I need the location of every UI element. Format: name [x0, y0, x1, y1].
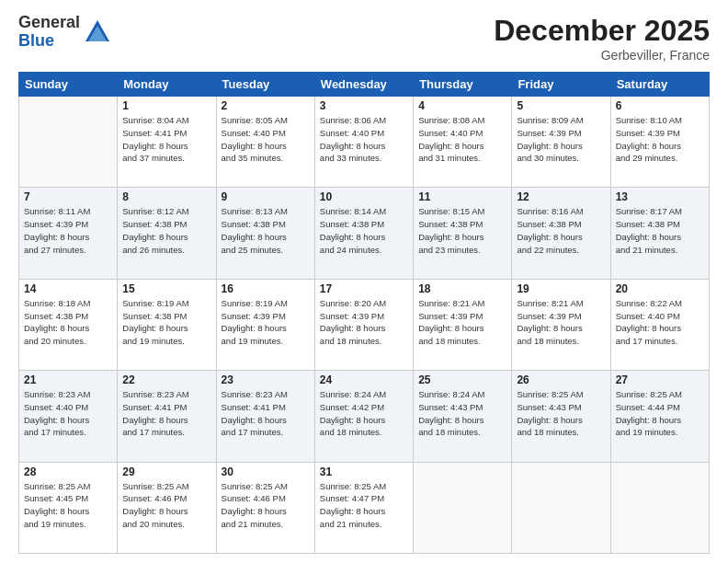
table-row: 27Sunrise: 8:25 AM Sunset: 4:44 PM Dayli… [610, 371, 709, 462]
table-row: 25Sunrise: 8:24 AM Sunset: 4:43 PM Dayli… [414, 371, 512, 462]
month-year: December 2025 [494, 14, 710, 48]
day-info: Sunrise: 8:19 AM Sunset: 4:39 PM Dayligh… [222, 297, 310, 348]
day-info: Sunrise: 8:16 AM Sunset: 4:38 PM Dayligh… [517, 205, 605, 256]
location: Gerbeviller, France [494, 48, 710, 63]
day-number: 12 [517, 190, 605, 203]
table-row: 18Sunrise: 8:21 AM Sunset: 4:39 PM Dayli… [414, 279, 512, 370]
day-number: 6 [616, 99, 704, 112]
col-friday: Friday [512, 73, 610, 97]
day-number: 28 [24, 465, 112, 478]
day-info: Sunrise: 8:06 AM Sunset: 4:40 PM Dayligh… [320, 114, 408, 165]
table-row: 29Sunrise: 8:25 AM Sunset: 4:46 PM Dayli… [118, 462, 216, 553]
table-row: 19Sunrise: 8:21 AM Sunset: 4:39 PM Dayli… [512, 279, 610, 370]
logo-blue: Blue [18, 32, 80, 51]
day-number: 22 [122, 373, 210, 386]
table-row: 24Sunrise: 8:24 AM Sunset: 4:42 PM Dayli… [314, 371, 413, 462]
calendar-week-row: 21Sunrise: 8:23 AM Sunset: 4:40 PM Dayli… [19, 371, 710, 462]
day-number: 21 [24, 373, 112, 386]
day-number: 13 [616, 190, 704, 203]
table-row: 16Sunrise: 8:19 AM Sunset: 4:39 PM Dayli… [216, 279, 314, 370]
day-info: Sunrise: 8:24 AM Sunset: 4:42 PM Dayligh… [320, 388, 408, 439]
day-number: 31 [320, 465, 408, 478]
day-info: Sunrise: 8:23 AM Sunset: 4:41 PM Dayligh… [122, 388, 210, 439]
day-number: 29 [122, 465, 210, 478]
table-row: 20Sunrise: 8:22 AM Sunset: 4:40 PM Dayli… [610, 279, 709, 370]
day-number: 19 [517, 282, 605, 295]
table-row: 1Sunrise: 8:04 AM Sunset: 4:41 PM Daylig… [118, 97, 216, 188]
day-info: Sunrise: 8:21 AM Sunset: 4:39 PM Dayligh… [418, 297, 506, 348]
day-info: Sunrise: 8:04 AM Sunset: 4:41 PM Dayligh… [122, 114, 210, 165]
col-saturday: Saturday [610, 73, 709, 97]
table-row: 13Sunrise: 8:17 AM Sunset: 4:38 PM Dayli… [610, 188, 709, 279]
day-number: 4 [418, 99, 506, 112]
table-row: 26Sunrise: 8:25 AM Sunset: 4:43 PM Dayli… [512, 371, 610, 462]
table-row: 17Sunrise: 8:20 AM Sunset: 4:39 PM Dayli… [314, 279, 413, 370]
day-number: 26 [517, 373, 605, 386]
day-number: 9 [222, 190, 310, 203]
col-tuesday: Tuesday [216, 73, 314, 97]
page: General Blue December 2025 Gerbeviller, … [0, 0, 728, 563]
day-number: 27 [616, 373, 704, 386]
table-row: 9Sunrise: 8:13 AM Sunset: 4:38 PM Daylig… [216, 188, 314, 279]
day-info: Sunrise: 8:25 AM Sunset: 4:46 PM Dayligh… [122, 480, 210, 531]
table-row [19, 97, 118, 188]
day-info: Sunrise: 8:23 AM Sunset: 4:41 PM Dayligh… [222, 388, 310, 439]
table-row [610, 462, 709, 553]
day-number: 30 [222, 465, 310, 478]
day-info: Sunrise: 8:17 AM Sunset: 4:38 PM Dayligh… [616, 205, 704, 256]
col-wednesday: Wednesday [314, 73, 413, 97]
day-info: Sunrise: 8:14 AM Sunset: 4:38 PM Dayligh… [320, 205, 408, 256]
day-info: Sunrise: 8:12 AM Sunset: 4:38 PM Dayligh… [122, 205, 210, 256]
day-number: 17 [320, 282, 408, 295]
day-info: Sunrise: 8:25 AM Sunset: 4:43 PM Dayligh… [517, 388, 605, 439]
day-number: 16 [222, 282, 310, 295]
table-row: 7Sunrise: 8:11 AM Sunset: 4:39 PM Daylig… [19, 188, 118, 279]
table-row [414, 462, 512, 553]
day-info: Sunrise: 8:10 AM Sunset: 4:39 PM Dayligh… [616, 114, 704, 165]
day-number: 2 [222, 99, 310, 112]
day-info: Sunrise: 8:15 AM Sunset: 4:38 PM Dayligh… [418, 205, 506, 256]
day-info: Sunrise: 8:05 AM Sunset: 4:40 PM Dayligh… [222, 114, 310, 165]
table-row [512, 462, 610, 553]
day-number: 15 [122, 282, 210, 295]
table-row: 28Sunrise: 8:25 AM Sunset: 4:45 PM Dayli… [19, 462, 118, 553]
day-number: 8 [122, 190, 210, 203]
col-sunday: Sunday [19, 73, 118, 97]
day-number: 3 [320, 99, 408, 112]
day-info: Sunrise: 8:20 AM Sunset: 4:39 PM Dayligh… [320, 297, 408, 348]
day-info: Sunrise: 8:13 AM Sunset: 4:38 PM Dayligh… [222, 205, 310, 256]
table-row: 5Sunrise: 8:09 AM Sunset: 4:39 PM Daylig… [512, 97, 610, 188]
logo: General Blue [18, 14, 111, 51]
day-number: 23 [222, 373, 310, 386]
header: General Blue December 2025 Gerbeviller, … [18, 14, 710, 63]
title-block: December 2025 Gerbeviller, France [494, 14, 710, 63]
table-row: 23Sunrise: 8:23 AM Sunset: 4:41 PM Dayli… [216, 371, 314, 462]
table-row: 12Sunrise: 8:16 AM Sunset: 4:38 PM Dayli… [512, 188, 610, 279]
table-row: 21Sunrise: 8:23 AM Sunset: 4:40 PM Dayli… [19, 371, 118, 462]
table-row: 11Sunrise: 8:15 AM Sunset: 4:38 PM Dayli… [414, 188, 512, 279]
day-info: Sunrise: 8:22 AM Sunset: 4:40 PM Dayligh… [616, 297, 704, 348]
table-row: 8Sunrise: 8:12 AM Sunset: 4:38 PM Daylig… [118, 188, 216, 279]
calendar-table: Sunday Monday Tuesday Wednesday Thursday… [18, 72, 710, 554]
day-number: 25 [418, 373, 506, 386]
day-info: Sunrise: 8:25 AM Sunset: 4:45 PM Dayligh… [24, 480, 112, 531]
day-info: Sunrise: 8:21 AM Sunset: 4:39 PM Dayligh… [517, 297, 605, 348]
logo-general: General [18, 14, 80, 32]
table-row: 4Sunrise: 8:08 AM Sunset: 4:40 PM Daylig… [414, 97, 512, 188]
day-number: 10 [320, 190, 408, 203]
day-number: 14 [24, 282, 112, 295]
table-row: 30Sunrise: 8:25 AM Sunset: 4:46 PM Dayli… [216, 462, 314, 553]
table-row: 14Sunrise: 8:18 AM Sunset: 4:38 PM Dayli… [19, 279, 118, 370]
table-row: 15Sunrise: 8:19 AM Sunset: 4:38 PM Dayli… [118, 279, 216, 370]
calendar-header-row: Sunday Monday Tuesday Wednesday Thursday… [19, 73, 710, 97]
day-info: Sunrise: 8:08 AM Sunset: 4:40 PM Dayligh… [418, 114, 506, 165]
logo-icon [84, 18, 111, 46]
day-number: 5 [517, 99, 605, 112]
calendar-week-row: 28Sunrise: 8:25 AM Sunset: 4:45 PM Dayli… [19, 462, 710, 553]
day-info: Sunrise: 8:11 AM Sunset: 4:39 PM Dayligh… [24, 205, 112, 256]
table-row: 3Sunrise: 8:06 AM Sunset: 4:40 PM Daylig… [314, 97, 413, 188]
calendar-week-row: 1Sunrise: 8:04 AM Sunset: 4:41 PM Daylig… [19, 97, 710, 188]
day-info: Sunrise: 8:24 AM Sunset: 4:43 PM Dayligh… [418, 388, 506, 439]
day-info: Sunrise: 8:25 AM Sunset: 4:47 PM Dayligh… [320, 480, 408, 531]
table-row: 31Sunrise: 8:25 AM Sunset: 4:47 PM Dayli… [314, 462, 413, 553]
